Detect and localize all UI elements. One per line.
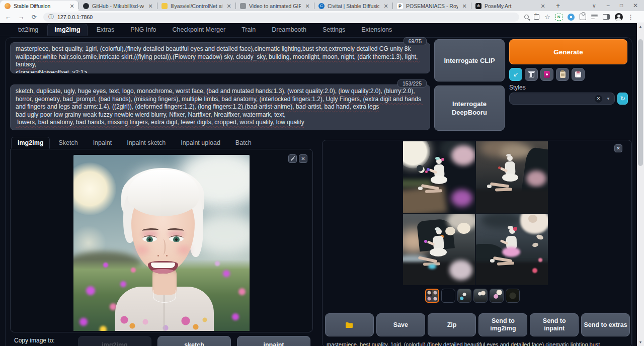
gallery-grid-cell <box>403 214 475 285</box>
close-gallery-icon[interactable]: ✕ <box>614 144 622 152</box>
scrollbar-thumb[interactable] <box>638 39 643 166</box>
tab-extensions[interactable]: Extensions <box>354 24 399 36</box>
tab-settings[interactable]: Settings <box>315 24 352 36</box>
paste-icon[interactable]: ↙ <box>509 68 522 81</box>
thumbnail-grid[interactable] <box>425 289 439 303</box>
profile-avatar[interactable] <box>615 13 623 21</box>
tab-close-icon[interactable]: ✕ <box>461 3 468 10</box>
maximize-icon[interactable]: □ <box>620 0 623 11</box>
img2img-source-image[interactable] <box>73 155 250 331</box>
tab-close-icon[interactable]: ✕ <box>539 3 546 10</box>
save-style-icon[interactable] <box>572 68 585 81</box>
copy-to-sketch-button[interactable]: sketch <box>157 336 231 346</box>
copy-to-inpaint-button[interactable]: inpaint <box>237 336 310 346</box>
browser-tab-posemyart[interactable]: ⋔ PoseMy.Art ✕ <box>471 1 549 11</box>
thumbnail-3[interactable] <box>473 289 488 303</box>
address-bar[interactable]: ⓘ 127.0.0.1:7860 <box>43 13 519 22</box>
reading-list-icon[interactable] <box>591 14 598 20</box>
prompt-input[interactable]: masterpiece, best quality, 1girl, (color… <box>11 43 430 73</box>
interrogate-deepbooru-button[interactable]: Interrogate DeepBooru <box>434 85 505 131</box>
tab-title: Illyasviel/ControlNet at main <box>171 3 222 9</box>
prompt-box: 69/75 masterpiece, best quality, 1girl, … <box>10 42 430 73</box>
gif-converter-favicon <box>240 3 246 9</box>
thumbnail-5[interactable] <box>506 289 520 303</box>
browser-tab-posemaniacs[interactable]: P POSEMANIACS - Royalty free 3... ✕ <box>392 1 471 11</box>
apply-styles-icon[interactable] <box>556 68 569 81</box>
tab-close-icon[interactable]: ✕ <box>68 3 75 10</box>
browser-tab-github[interactable]: GitHub - Mikubill/sd-webui-co... ✕ <box>78 1 157 11</box>
remove-image-icon[interactable]: ✕ <box>299 154 307 163</box>
browser-tab-civitai[interactable]: C Civitai | Stable Diffusion model... ✕ <box>314 1 392 11</box>
gallery-grid-cell <box>476 141 548 213</box>
tab-png-info[interactable]: PNG Info <box>123 24 163 36</box>
browser-tab-controlnet[interactable]: Illyasviel/ControlNet at main ✕ <box>157 1 235 11</box>
chevron-down-icon[interactable]: ▼ <box>606 97 610 101</box>
forward-icon[interactable]: → <box>16 12 26 22</box>
close-window-icon[interactable]: ✕ <box>633 0 638 11</box>
send-to-img2img-button[interactable]: Send to img2img <box>478 313 527 336</box>
subtab-img2img[interactable]: img2img <box>11 137 50 149</box>
negative-prompt-input[interactable]: sketch, duplicate, ugly, huge eyes, text… <box>11 85 430 130</box>
tab-close-icon[interactable]: ✕ <box>147 3 154 10</box>
tab-title: Video to animated GIF converter <box>249 3 301 9</box>
thumbnail-4[interactable] <box>490 289 504 303</box>
extensions-icon[interactable] <box>580 14 586 20</box>
extension-blue-icon[interactable] <box>568 14 575 21</box>
extra-networks-icon[interactable] <box>540 68 553 81</box>
side-panel-icon[interactable] <box>603 14 610 20</box>
save-button[interactable]: Save <box>376 313 425 336</box>
posemaniacs-favicon: P <box>397 3 403 9</box>
menu-dots-icon[interactable]: ⋮ <box>628 14 634 21</box>
refresh-styles-icon[interactable]: ↻ <box>617 93 628 105</box>
tab-train[interactable]: Train <box>234 24 263 36</box>
styles-dropdown[interactable]: ✕ ▼ <box>509 93 615 105</box>
clear-prompt-icon[interactable] <box>525 68 538 81</box>
tab-checkpoint-merger[interactable]: Checkpoint Merger <box>166 24 233 36</box>
tab-txt2img[interactable]: txt2img <box>11 24 45 36</box>
gallery-preview-image[interactable] <box>403 141 548 285</box>
open-folder-button[interactable] <box>325 313 374 336</box>
subtab-inpaint[interactable]: Inpaint <box>87 137 119 149</box>
tab-close-icon[interactable]: ✕ <box>304 3 311 10</box>
tab-extras[interactable]: Extras <box>90 24 121 36</box>
clear-styles-icon[interactable]: ✕ <box>595 95 602 103</box>
thumbnail-1[interactable] <box>441 289 455 303</box>
subtab-sketch[interactable]: Sketch <box>52 137 84 149</box>
browser-tab-gif-converter[interactable]: Video to animated GIF converter ✕ <box>235 1 314 11</box>
subtab-inpaint-sketch[interactable]: Inpaint sketch <box>120 137 172 149</box>
interrogate-clip-button[interactable]: Interrogate CLIP <box>434 39 505 81</box>
send-to-inpaint-button[interactable]: Send to inpaint <box>530 313 579 336</box>
tab-img2img[interactable]: img2img <box>47 24 87 36</box>
extension-n-icon[interactable]: N <box>555 14 562 21</box>
send-to-extras-button[interactable]: Send to extras <box>581 313 630 336</box>
edit-image-icon[interactable] <box>288 154 297 163</box>
scroll-up-icon[interactable]: ▲ <box>637 23 644 30</box>
bookmark-icon[interactable]: ☆ <box>544 14 550 20</box>
gallery-grid-cell <box>403 141 475 213</box>
tab-dreambooth[interactable]: Dreambooth <box>265 24 313 36</box>
tab-title: GitHub - Mikubill/sd-webui-co... <box>92 3 144 9</box>
site-info-icon[interactable]: ⓘ <box>48 13 54 21</box>
minimize-icon[interactable]: − <box>606 0 610 11</box>
zoom-icon[interactable] <box>524 15 529 19</box>
tab-close-icon[interactable]: ✕ <box>382 3 389 10</box>
back-icon[interactable]: ← <box>3 12 13 22</box>
gallery-grid-cell <box>476 214 548 285</box>
zip-button[interactable]: Zip <box>428 313 476 336</box>
screen: Stable Diffusion ✕ GitHub - Mikubill/sd-… <box>0 0 644 346</box>
new-tab-button[interactable]: + <box>552 1 564 11</box>
browser-tab-stable-diffusion[interactable]: Stable Diffusion ✕ <box>0 1 78 11</box>
subtab-inpaint-upload[interactable]: Inpaint upload <box>174 137 227 149</box>
share-icon[interactable] <box>534 14 539 20</box>
tab-close-icon[interactable]: ✕ <box>225 3 232 10</box>
tab-title: POSEMANIACS - Royalty free 3... <box>406 3 458 9</box>
copy-to-img2img-button[interactable]: img2img <box>78 336 151 346</box>
subtab-batch[interactable]: Batch <box>229 137 258 149</box>
tab-search-icon[interactable]: ∨ <box>592 0 596 11</box>
thumbnail-2[interactable] <box>457 289 471 303</box>
scroll-down-icon[interactable]: ▼ <box>637 339 644 346</box>
reload-icon[interactable]: ⟳ <box>29 12 39 22</box>
browser-scrollbar[interactable]: ▲ ▼ <box>637 23 644 346</box>
generate-button[interactable]: Generate <box>509 39 627 64</box>
prompt-tools: ↙ <box>509 68 585 81</box>
